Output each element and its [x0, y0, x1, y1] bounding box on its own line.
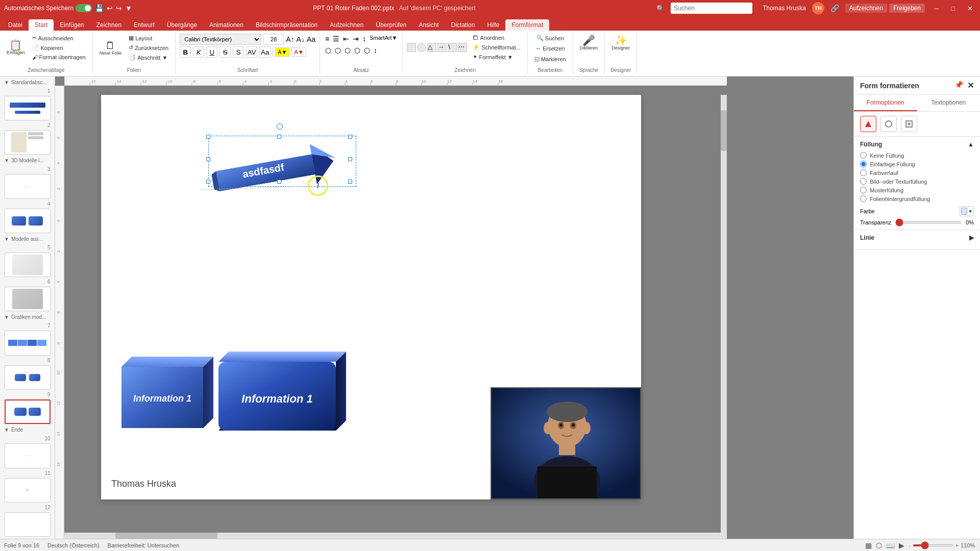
search-input[interactable]: [671, 3, 752, 14]
toolbar-redo-icon[interactable]: ↪: [116, 4, 122, 12]
formeffekt-btn[interactable]: ✦Formeffekt ▼: [470, 53, 523, 61]
strikethrough-btn[interactable]: S: [219, 46, 231, 58]
ersetzen-btn[interactable]: ↔Ersetzen: [533, 44, 567, 53]
align-justify-btn[interactable]: ⬡: [353, 45, 361, 56]
tab-start[interactable]: Start: [29, 19, 54, 31]
tab-einfuegen[interactable]: Einfügen: [54, 19, 90, 31]
view-slide-btn[interactable]: ⬡: [876, 541, 882, 549]
radio-keine-fuellung[interactable]: Keine Füllung: [860, 152, 974, 159]
zoom-in-btn[interactable]: +: [955, 542, 959, 548]
bold-btn[interactable]: B: [180, 46, 191, 58]
increase-font-btn[interactable]: A↑: [286, 35, 294, 43]
spacing-btn[interactable]: AV: [246, 46, 257, 58]
color-dropdown-icon[interactable]: ▼: [968, 209, 972, 214]
format-tab-text[interactable]: Textoptionen: [917, 95, 981, 111]
slide-thumb-8[interactable]: [5, 365, 51, 390]
zoom-level[interactable]: 110%: [961, 542, 976, 548]
textrichtung-btn[interactable]: ↕: [361, 34, 367, 44]
radio-bild-input[interactable]: [860, 178, 867, 185]
autosave-toggle[interactable]: Automatisches Speichern: [4, 4, 92, 12]
shape-line[interactable]: \: [448, 43, 457, 52]
language-label[interactable]: Deutsch (Österreich): [47, 542, 99, 548]
tab-praesentation[interactable]: Bildschirmpräsentation: [250, 19, 324, 31]
underline-btn[interactable]: U: [206, 46, 217, 58]
radio-einfarbige-input[interactable]: [860, 161, 867, 167]
slide-thumb-6[interactable]: [5, 287, 51, 311]
slide-thumb-12[interactable]: [5, 512, 51, 537]
einfuegen-button[interactable]: 📋 Einfügen: [4, 38, 28, 57]
shape-arrow[interactable]: →: [437, 43, 447, 52]
format-panel-close[interactable]: ✕: [967, 81, 974, 90]
toolbar-undo-icon[interactable]: ↩: [107, 4, 113, 12]
diktieren-btn[interactable]: 🎤 Diktieren: [577, 34, 601, 52]
share-label[interactable]: Freigeben: [889, 4, 925, 13]
scrollbar-vertical[interactable]: [721, 95, 727, 539]
slide-thumb-11[interactable]: ✕: [5, 478, 51, 503]
slide-thumb-2[interactable]: [5, 130, 51, 155]
zoom-slider[interactable]: [913, 544, 953, 546]
format-tab-form[interactable]: Formoptionen: [854, 95, 917, 111]
tab-animationen[interactable]: Animationen: [203, 19, 250, 31]
shadow-btn[interactable]: S: [233, 46, 244, 58]
tab-entwurf[interactable]: Entwurf: [128, 19, 161, 31]
view-normal-btn[interactable]: ▦: [865, 541, 872, 549]
zoom-out-btn[interactable]: -: [909, 542, 911, 548]
radio-farbverlauf-input[interactable]: [860, 169, 867, 176]
toolbar-more-icon[interactable]: ▼: [125, 4, 132, 12]
list-unordered-btn[interactable]: ≡: [324, 34, 330, 44]
format-uebertragen-btn[interactable]: 🖌Format übertragen: [30, 53, 88, 61]
info-box-right[interactable]: Information 1: [218, 352, 356, 438]
tab-datei[interactable]: Datei: [2, 19, 29, 31]
view-present-btn[interactable]: ▶: [899, 541, 904, 549]
radio-farbverlauf[interactable]: Farbverlauf: [860, 169, 974, 176]
slide-thumb-10[interactable]: - - -: [5, 443, 51, 468]
share-icon[interactable]: 🔗: [830, 4, 839, 12]
font-color-btn[interactable]: A▼: [291, 47, 306, 57]
shape-more[interactable]: ⋯: [458, 43, 467, 52]
group-chevron-2[interactable]: ▼: [4, 158, 9, 163]
layout-btn[interactable]: ▦Layout: [126, 34, 171, 42]
decrease-font-btn[interactable]: A↓: [297, 35, 305, 43]
clear-format-btn[interactable]: Aa: [307, 35, 315, 43]
anordnen-btn[interactable]: ⧠Anordnen: [470, 34, 523, 42]
shape-rect[interactable]: [407, 43, 416, 52]
list-ordered-btn[interactable]: ☰: [332, 34, 340, 44]
abschnitt-btn[interactable]: 📑Abschnitt ▼: [126, 53, 171, 62]
ausschneiden-btn[interactable]: ✂Ausschneiden: [30, 34, 88, 42]
format-panel-pin[interactable]: 📌: [954, 81, 963, 90]
format-icon-effects[interactable]: [880, 116, 897, 132]
handle-mr[interactable]: [348, 157, 352, 161]
handle-tl[interactable]: [206, 135, 210, 139]
scrollbar-horizontal[interactable]: [64, 533, 721, 539]
handle-bl[interactable]: [206, 180, 210, 184]
color-swatch[interactable]: ▼: [960, 206, 974, 216]
slide-thumb-5[interactable]: [5, 253, 51, 277]
smartart-btn[interactable]: SmartArt▼: [369, 34, 398, 44]
slide-thumb-7[interactable]: [5, 331, 51, 355]
radio-folien-input[interactable]: [860, 195, 867, 202]
line-spacing-btn[interactable]: ↕: [373, 45, 378, 56]
fuellung-header[interactable]: Füllung ▲: [860, 141, 974, 148]
indent-dec-btn[interactable]: ⇤: [342, 34, 350, 44]
align-left-btn[interactable]: ⬡: [324, 45, 332, 56]
columns-btn[interactable]: ⬡: [363, 45, 371, 56]
tab-ansicht[interactable]: Ansicht: [412, 19, 445, 31]
scrollbar-thumb-v[interactable]: [721, 110, 727, 151]
radio-keine-fuellung-input[interactable]: [860, 152, 867, 159]
toolbar-save-icon[interactable]: 💾: [95, 4, 104, 12]
zuruecksetzen-btn[interactable]: ↺Zurücksetzen: [126, 43, 171, 52]
font-size-input[interactable]: [263, 34, 284, 45]
tab-zeichnen[interactable]: Zeichnen: [90, 19, 128, 31]
suchen-btn[interactable]: 🔍Suchen: [534, 34, 567, 42]
group-chevron-4[interactable]: ▼: [4, 314, 9, 320]
tab-hilfe[interactable]: Hilfe: [481, 19, 505, 31]
handle-tr[interactable]: [348, 135, 352, 139]
autosave-toggle-pill[interactable]: [76, 4, 92, 12]
tab-formformat[interactable]: Formformat: [505, 19, 549, 31]
format-icon-size[interactable]: [901, 116, 917, 132]
slide-thumb-4[interactable]: [5, 209, 51, 233]
tab-aufzeichnen[interactable]: Aufzeichnen: [324, 19, 370, 31]
group-chevron-3[interactable]: ▼: [4, 236, 9, 242]
shape-circle[interactable]: [417, 43, 426, 52]
handle-ml[interactable]: [206, 157, 210, 161]
